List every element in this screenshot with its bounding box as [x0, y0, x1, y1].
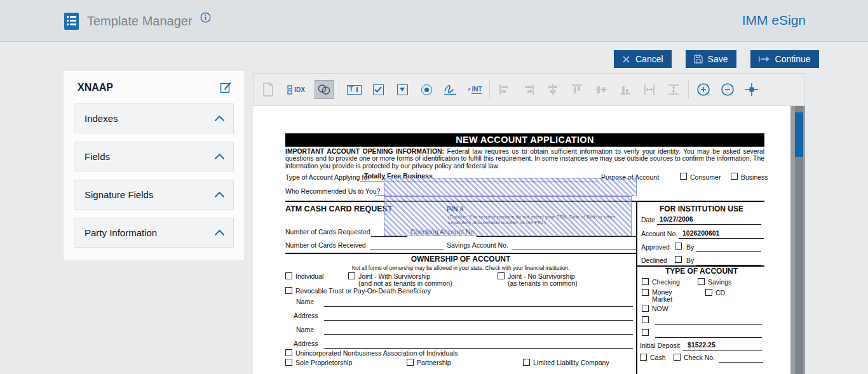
- form-label: Savings Account No.: [447, 241, 508, 250]
- idx-label: IDX: [294, 86, 305, 93]
- top-header: Template Manager IMM eSign: [0, 0, 868, 42]
- form-checkbox: [698, 278, 705, 285]
- form-checkbox: [675, 243, 682, 250]
- toolbar-divider: [688, 81, 689, 98]
- int-label: INT: [471, 86, 482, 94]
- signature-field-tool[interactable]: [441, 80, 460, 99]
- cancel-label: Cancel: [635, 54, 663, 64]
- app: Template Manager IMM eSign Cancel Save C…: [0, 0, 868, 374]
- form-label: Cash: [650, 354, 666, 362]
- field-toolbar: IDX T ✗ INT: [253, 73, 805, 106]
- form-label: CD: [715, 289, 725, 297]
- cancel-button[interactable]: Cancel: [614, 50, 672, 68]
- form-label: Type of Account Applying for: [285, 173, 370, 182]
- scrollbar-thumb[interactable]: [795, 112, 803, 157]
- toolbar-divider: [489, 81, 490, 98]
- form-sublabel: (as tenants in common): [508, 279, 578, 288]
- zoom-in-icon[interactable]: [694, 80, 713, 99]
- sidebar-section-fields[interactable]: Fields: [74, 142, 234, 171]
- chevron-up-icon: [215, 115, 225, 125]
- form-line: [719, 354, 763, 363]
- template-sidebar: XNAAP Indexes Fields Signature Fields Pa…: [64, 71, 244, 260]
- form-label: Individual: [295, 272, 323, 281]
- field-zone[interactable]: [384, 196, 632, 236]
- sidebar-section-indexes[interactable]: Indexes: [74, 104, 234, 133]
- center-crosshair-icon[interactable]: [742, 80, 761, 99]
- form-label: Money Market: [652, 289, 684, 302]
- form-line: [696, 257, 761, 265]
- text-field-tool[interactable]: T: [344, 80, 363, 99]
- section-title: FOR INSTITUTION USE: [638, 205, 765, 213]
- form-value: 1026200601: [682, 229, 719, 237]
- form-checkbox: [642, 278, 649, 285]
- edit-template-icon[interactable]: [220, 81, 233, 94]
- document-viewport[interactable]: NEW ACCOUNT APPLICATION IMPORTANT ACCOUN…: [253, 106, 805, 374]
- form-label: Limited Liability Company: [533, 359, 609, 367]
- form-value: $1522.25: [688, 341, 715, 349]
- index-field-tool[interactable]: IDX: [283, 80, 309, 99]
- section-label: Fields: [85, 151, 110, 162]
- form-checkbox: [642, 316, 649, 323]
- zone-tool-selected[interactable]: [315, 80, 334, 99]
- form-checkbox: [348, 272, 355, 279]
- form-checkbox: [498, 272, 505, 279]
- form-checkbox: [675, 256, 682, 263]
- form-label: Date: [641, 216, 655, 224]
- template-manager-icon: [64, 12, 79, 30]
- form-label: NOW: [652, 305, 668, 313]
- document-page[interactable]: NEW ACCOUNT APPLICATION IMPORTANT ACCOUN…: [253, 106, 790, 374]
- field-zone[interactable]: [384, 178, 637, 196]
- form-line: [324, 298, 633, 307]
- radio-field-tool[interactable]: [417, 80, 436, 99]
- form-label: Declined: [641, 257, 667, 265]
- section-title: TYPE OF ACCOUNT: [638, 267, 765, 276]
- save-button[interactable]: Save: [686, 50, 736, 68]
- save-label: Save: [708, 54, 728, 64]
- zoom-out-icon[interactable]: [718, 80, 737, 99]
- form-label: Approved: [641, 243, 670, 251]
- chevron-up-icon: [215, 229, 225, 239]
- form-label: By: [686, 243, 694, 251]
- initials-field-tool[interactable]: ✗ INT: [465, 80, 484, 99]
- form-line: [696, 243, 761, 252]
- same-width-icon: [640, 80, 659, 99]
- vertical-scrollbar[interactable]: [795, 106, 803, 374]
- form-label: Initial Deposit: [640, 342, 680, 350]
- sidebar-section-party-information[interactable]: Party Information: [74, 218, 234, 248]
- form-label: Who Recommended Us to You?: [285, 187, 380, 196]
- form-line: [324, 326, 633, 335]
- info-icon[interactable]: [200, 12, 211, 23]
- checkbox-field-tool[interactable]: [369, 80, 388, 99]
- form-checkbox: [285, 287, 292, 294]
- action-bar: Cancel Save Continue: [614, 50, 819, 68]
- initials-mark-icon: ✗: [468, 87, 471, 92]
- dropdown-field-tool[interactable]: [393, 80, 412, 99]
- form-checkbox: [731, 173, 738, 180]
- form-label: Revocable Trust or Pay-On-Death Benefici…: [295, 287, 431, 295]
- section-label: Signature Fields: [85, 189, 153, 200]
- form-label: Unincorporated Nonbusiness Association o…: [295, 349, 458, 357]
- form-line: [324, 312, 633, 321]
- workspace: IDX T ✗ INT: [253, 73, 805, 374]
- form-checkbox: [674, 354, 681, 361]
- sidebar-section-signature-fields[interactable]: Signature Fields: [74, 180, 234, 210]
- continue-button[interactable]: Continue: [750, 50, 819, 68]
- form-label: Address: [294, 312, 318, 320]
- continue-label: Continue: [775, 54, 811, 64]
- form-line: [324, 340, 633, 349]
- textfield-glyph: T: [349, 86, 353, 93]
- form-label: Business: [741, 173, 768, 182]
- section-label: Party Information: [85, 227, 157, 238]
- form-checkbox: [680, 173, 687, 180]
- form-checkbox: [642, 289, 649, 296]
- align-center-horizontal-icon: [543, 80, 562, 99]
- section-title: OWNERSHIP OF ACCOUNT: [285, 255, 636, 264]
- form-checkbox: [642, 305, 649, 312]
- form-value: 10/27/2006: [660, 215, 693, 224]
- form-label: Savings: [708, 278, 731, 286]
- form-label: Number of Cards Requested: [285, 228, 370, 236]
- same-height-icon: [664, 80, 683, 99]
- doc-intro-bold: IMPORTANT ACCOUNT OPENING INFORMATION:: [285, 148, 444, 155]
- align-top-icon: [567, 80, 587, 99]
- form-checkbox: [642, 329, 649, 336]
